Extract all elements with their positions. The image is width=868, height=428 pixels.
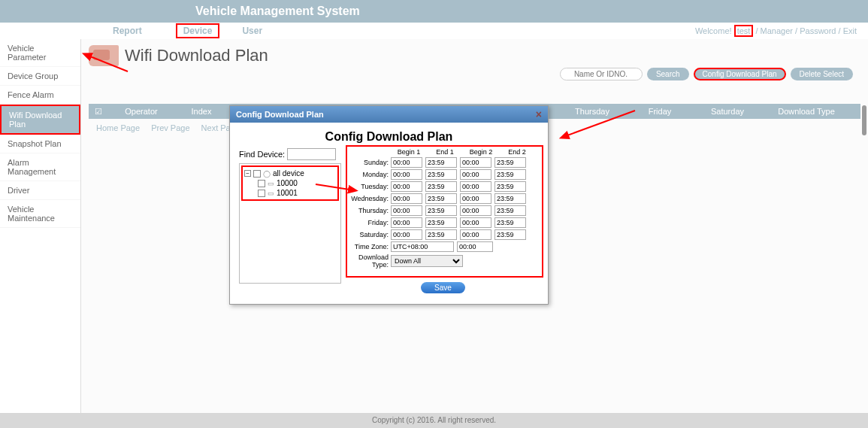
time-input[interactable] (460, 229, 491, 240)
sidebar-item-driver[interactable]: Driver (0, 181, 80, 200)
modal-left: Find Device: − ◯ all device ▭ (239, 148, 341, 293)
modal-form: Begin 1 End 1 Begin 2 End 2 Sunday:Monda… (347, 148, 539, 293)
time-input[interactable] (391, 157, 422, 168)
welcome-label: Welcome! (695, 26, 732, 35)
time-input[interactable] (425, 217, 457, 228)
search-wrap (560, 68, 643, 80)
pager-prev[interactable]: Prev Page (151, 123, 189, 132)
modal-title-bar[interactable]: Config Download Plan × (230, 106, 548, 123)
time-input[interactable] (425, 157, 457, 168)
time-input[interactable] (460, 205, 491, 216)
timezone-input[interactable] (391, 241, 454, 252)
nav-user[interactable]: User (242, 26, 262, 36)
time-input[interactable] (494, 205, 526, 216)
tree-root-row[interactable]: − ◯ all device (244, 168, 336, 178)
time-input[interactable] (391, 229, 422, 240)
time-input[interactable] (425, 193, 457, 204)
tree-child-row[interactable]: ▭ 10000 (244, 178, 336, 188)
th-index: Index (175, 107, 228, 116)
sidebar-item-wifi-download-plan[interactable]: Wifi Download Plan (0, 105, 80, 135)
tree-child-label: 10001 (277, 189, 298, 197)
time-column-heads: Begin 1 End 1 Begin 2 End 2 (391, 148, 539, 156)
tree-checkbox[interactable] (258, 190, 265, 197)
time-input[interactable] (494, 181, 526, 192)
col-end2: End 2 (499, 148, 535, 156)
nav-device[interactable]: Device (176, 23, 220, 38)
day-label: Tuesday: (349, 183, 391, 190)
time-input[interactable] (460, 193, 491, 204)
th-checkbox[interactable]: ☑ (89, 107, 107, 117)
modal-body: Config Download Plan Find Device: − ◯ al… (230, 123, 548, 304)
time-input[interactable] (425, 229, 457, 240)
time-input[interactable] (460, 181, 491, 192)
username[interactable]: test (734, 25, 754, 37)
modal-title: Config Download Plan (239, 130, 539, 144)
sidebar-item-alarm-management[interactable]: Alarm Management (0, 153, 80, 181)
download-type-label: Download Type: (349, 253, 391, 269)
save-button[interactable]: Save (421, 282, 465, 293)
close-icon[interactable]: × (536, 108, 542, 120)
time-input[interactable] (460, 169, 491, 180)
find-device-input[interactable] (287, 148, 336, 160)
th-friday: Friday (626, 107, 694, 116)
day-row: Wednesday: (349, 193, 539, 204)
time-input[interactable] (460, 157, 491, 168)
modal-bar-title: Config Download Plan (236, 110, 324, 119)
user-area: Welcome! test / Manager / Password / Exi… (695, 26, 857, 35)
sidebar-item-fence-alarm[interactable]: Fence Alarm (0, 86, 80, 105)
time-input[interactable] (391, 181, 422, 192)
password-link[interactable]: Password (800, 26, 836, 35)
time-input[interactable] (494, 193, 526, 204)
day-row: Sunday: (349, 157, 539, 168)
time-input[interactable] (425, 205, 457, 216)
download-type-select[interactable]: Down All (391, 255, 463, 267)
manager-link[interactable]: Manager (761, 26, 793, 35)
col-begin2: Begin 2 (463, 148, 499, 156)
nav-bar: Report Device User Welcome! test / Manag… (0, 23, 868, 39)
device-tree: − ◯ all device ▭ 10000 ▭ (239, 163, 341, 284)
page-title: Wifi Download Plan (125, 46, 268, 65)
time-input[interactable] (391, 169, 422, 180)
day-label: Sunday: (349, 159, 391, 166)
sidebar-item-snapshot-plan[interactable]: Snapshot Plan (0, 135, 80, 153)
search-button[interactable]: Search (647, 68, 689, 80)
pager-home[interactable]: Home Page (96, 123, 140, 132)
day-row: Tuesday: (349, 181, 539, 192)
time-input[interactable] (494, 229, 526, 240)
tree-checkbox[interactable] (258, 180, 265, 187)
config-download-plan-modal: Config Download Plan × Config Download P… (229, 105, 549, 305)
time-input[interactable] (494, 217, 526, 228)
footer: Copyright (c) 2016. All right reserved. (0, 413, 868, 428)
timezone-offset-input[interactable] (457, 241, 493, 252)
time-input[interactable] (391, 205, 422, 216)
tree-root-checkbox[interactable] (253, 170, 261, 178)
day-label: Friday: (349, 219, 391, 226)
device-icon: ▭ (268, 190, 274, 197)
sidebar-item-vehicle-maintenance[interactable]: Vehicle Maintenance (0, 200, 80, 228)
search-input[interactable] (560, 68, 643, 80)
tree-child-row[interactable]: ▭ 10001 (244, 188, 336, 198)
col-end1: End 1 (427, 148, 463, 156)
sidebar-item-device-group[interactable]: Device Group (0, 67, 80, 86)
app-title: Vehicle Management System (195, 5, 360, 18)
nav-report[interactable]: Report (113, 26, 142, 36)
day-label: Saturday: (349, 231, 391, 238)
day-row: Thursday: (349, 205, 539, 216)
col-begin1: Begin 1 (391, 148, 427, 156)
time-input[interactable] (425, 169, 457, 180)
collapse-icon[interactable]: − (244, 170, 251, 177)
time-input[interactable] (391, 217, 422, 228)
delete-select-button[interactable]: Delete Select (791, 68, 853, 80)
time-input[interactable] (391, 193, 422, 204)
sidebar: Vehicle Parameter Device Group Fence Ala… (0, 39, 81, 413)
time-input[interactable] (494, 157, 526, 168)
th-download-type: Download Type (761, 107, 851, 116)
time-input[interactable] (494, 169, 526, 180)
time-input[interactable] (460, 217, 491, 228)
exit-link[interactable]: Exit (843, 26, 857, 35)
sidebar-item-vehicle-parameter[interactable]: Vehicle Parameter (0, 39, 80, 67)
scrollbar[interactable] (862, 105, 866, 135)
copyright: Copyright (c) 2016. All right reserved. (372, 416, 496, 424)
time-input[interactable] (425, 181, 457, 192)
config-download-plan-button[interactable]: Config Download Plan (694, 68, 786, 80)
